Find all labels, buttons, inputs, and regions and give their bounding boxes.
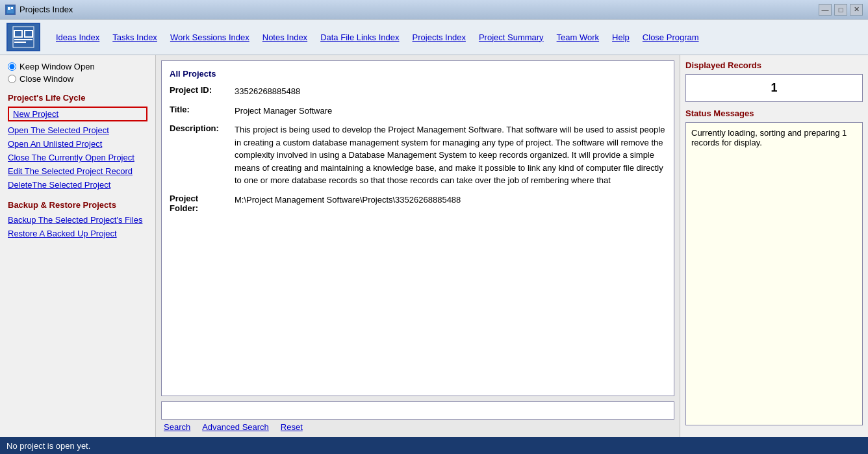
nav-link-ideas-index[interactable]: Ideas Index [49, 30, 106, 45]
project-description-label: Description: [170, 123, 235, 133]
keep-window-open-option[interactable]: Keep Window Open [8, 62, 147, 71]
all-projects-title: All Projects [170, 69, 666, 79]
displayed-records-box: 1 [685, 74, 863, 102]
status-message: No project is open yet. [6, 441, 90, 451]
window-behavior-group: Keep Window Open Close Window [8, 62, 147, 84]
project-folder-field: Project Folder: M:\Project Management So… [170, 194, 666, 213]
status-messages-title: Status Messages [685, 108, 863, 118]
status-messages-box: Currently loading, sorting and preparing… [685, 122, 863, 425]
sidebar-link-backup-project-files[interactable]: Backup The Selected Project's Files [8, 214, 147, 226]
nav-link-data-file-links-index[interactable]: Data File Links Index [314, 30, 405, 45]
project-folder-label: Project Folder: [170, 194, 235, 213]
advanced-search-link[interactable]: Advanced Search [202, 422, 269, 432]
svg-rect-1 [8, 7, 10, 10]
lifecycle-section-title: Project's Life Cycle [8, 93, 147, 103]
sidebar-link-new-project[interactable]: New Project [8, 107, 147, 121]
close-window-label: Close Window [19, 74, 73, 84]
project-title-field: Title: Project Manager Software [170, 105, 666, 118]
nav-link-projects-index[interactable]: Projects Index [406, 30, 472, 45]
project-id-label: Project ID: [170, 85, 235, 95]
displayed-records-count: 1 [691, 79, 857, 97]
search-link[interactable]: Search [164, 422, 190, 432]
keep-window-radio[interactable] [8, 62, 16, 71]
search-links: Search Advanced Search Reset [161, 422, 674, 432]
sidebar-link-open-selected-project[interactable]: Open The Selected Project [8, 124, 147, 136]
project-description-value: This project is being used to develop th… [235, 123, 666, 187]
sidebar-link-close-open-project[interactable]: Close The Currently Open Project [8, 151, 147, 164]
project-description-field: Description: This project is being used … [170, 123, 666, 187]
main-content: Keep Window Open Close Window Project's … [0, 55, 868, 437]
nav-links: Ideas IndexTasks IndexWork Sessions Inde… [49, 30, 706, 45]
nav-link-close-program[interactable]: Close Program [636, 30, 706, 45]
svg-rect-2 [11, 7, 13, 9]
reset-link[interactable]: Reset [281, 422, 303, 432]
lifecycle-links: New ProjectOpen The Selected ProjectOpen… [8, 107, 147, 191]
close-window-option[interactable]: Close Window [8, 74, 147, 84]
status-bar: No project is open yet. [0, 437, 868, 454]
sidebar-link-edit-selected-project[interactable]: Edit The Selected Project Record [8, 165, 147, 177]
nav-link-project-summary[interactable]: Project Summary [472, 30, 550, 45]
project-id-value: 33526268885488 [235, 85, 666, 98]
close-window-radio[interactable] [8, 75, 16, 83]
window-title: Projects Index [19, 5, 73, 14]
title-bar: Projects Index — □ ✕ [0, 0, 868, 19]
backup-links: Backup The Selected Project's FilesResto… [8, 214, 147, 240]
nav-link-work-sessions-index[interactable]: Work Sessions Index [164, 30, 256, 45]
maximize-button[interactable]: □ [834, 4, 847, 16]
title-bar-left: Projects Index [5, 5, 73, 15]
right-panel: Displayed Records 1 Status Messages Curr… [680, 55, 868, 437]
nav-link-help[interactable]: Help [606, 30, 636, 45]
project-id-field: Project ID: 33526268885488 [170, 85, 666, 98]
keep-window-label: Keep Window Open [19, 62, 95, 71]
all-projects-box: All Projects Project ID: 33526268885488 … [161, 60, 674, 396]
sidebar-link-delete-selected-project[interactable]: DeleteThe Selected Project [8, 179, 147, 191]
project-title-label: Title: [170, 105, 235, 114]
window-controls: — □ ✕ [819, 4, 863, 16]
app-logo [6, 23, 40, 51]
search-bar-area: Search Advanced Search Reset [161, 401, 674, 432]
project-record: Project ID: 33526268885488 Title: Projec… [170, 85, 666, 213]
displayed-records-title: Displayed Records [685, 60, 863, 70]
sidebar: Keep Window Open Close Window Project's … [0, 55, 156, 437]
nav-link-team-work[interactable]: Team Work [550, 30, 606, 45]
project-title-value: Project Manager Software [235, 105, 666, 118]
displayed-records-section: Displayed Records 1 [685, 60, 863, 102]
status-messages-section: Status Messages Currently loading, sorti… [685, 108, 863, 425]
sidebar-link-restore-backed-up-project[interactable]: Restore A Backed Up Project [8, 227, 147, 240]
project-folder-value: M:\Project Management Software\Projects\… [235, 194, 666, 207]
app-icon [5, 5, 16, 15]
backup-section-title: Backup & Restore Projects [8, 200, 147, 210]
nav-bar: Ideas IndexTasks IndexWork Sessions Inde… [0, 19, 868, 55]
search-input[interactable] [161, 401, 674, 420]
minimize-button[interactable]: — [819, 4, 832, 16]
close-window-button[interactable]: ✕ [850, 4, 863, 16]
sidebar-link-open-unlisted-project[interactable]: Open An Unlisted Project [8, 138, 147, 150]
nav-link-notes-index[interactable]: Notes Index [256, 30, 314, 45]
center-content: All Projects Project ID: 33526268885488 … [156, 55, 680, 437]
nav-link-tasks-index[interactable]: Tasks Index [106, 30, 164, 45]
